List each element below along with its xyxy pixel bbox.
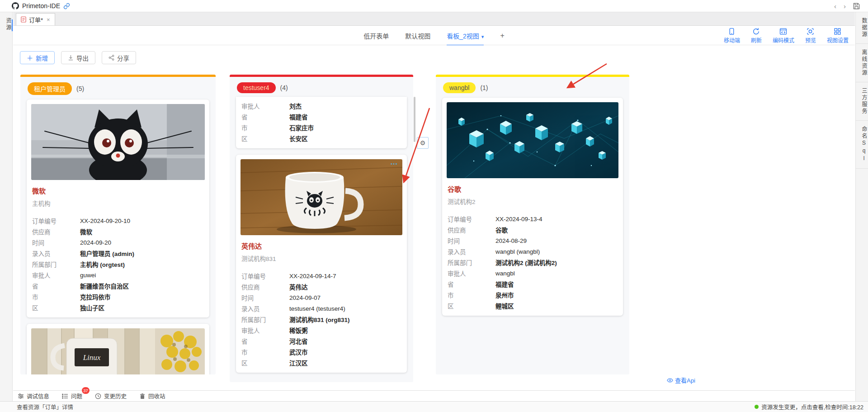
footer-bar: 调试信息 问题 37 变更历史 回收站 bbox=[13, 390, 855, 401]
mobile-button[interactable]: 移动端 bbox=[724, 28, 740, 44]
tab-order[interactable]: 订单* × bbox=[16, 13, 55, 25]
plus-icon: ＋ bbox=[27, 55, 33, 61]
field-row: 录入员testuser4 (testuser4) bbox=[241, 303, 401, 314]
action-buttons: ＋ 新增 导出 分享 bbox=[20, 51, 136, 64]
refresh-label: 刷新 bbox=[751, 36, 762, 44]
column-settings-button[interactable]: ⚙ bbox=[417, 137, 429, 149]
octocat-figurine-image bbox=[31, 104, 205, 180]
order-card-clipped[interactable]: Linux bbox=[27, 324, 209, 374]
card-subtitle: 测试机构2 bbox=[448, 197, 618, 206]
column-scrollbar[interactable] bbox=[414, 97, 415, 142]
add-button[interactable]: ＋ 新增 bbox=[20, 51, 55, 64]
kanban-column-wangbl: wangbl (1) bbox=[436, 75, 629, 374]
svg-text:Linux: Linux bbox=[83, 353, 101, 362]
field-row: 审批人wangbl bbox=[448, 268, 618, 279]
card-more-icon[interactable]: ••• bbox=[391, 161, 398, 166]
card-title: 谷歌 bbox=[448, 184, 618, 194]
link-icon[interactable] bbox=[63, 3, 70, 9]
view-tab-kanban-2[interactable]: 看板_2视图▾ bbox=[447, 31, 484, 40]
field-row: 录入员租户管理员 (admin) bbox=[32, 248, 204, 259]
export-button[interactable]: 导出 bbox=[61, 51, 95, 64]
kanban-column-testuser4: testuser4 (4) 审批人刘杰 省福建省 市石家庄市 区长安区 bbox=[230, 75, 413, 382]
eye-icon bbox=[667, 377, 673, 384]
window-controls: ‹ › bbox=[834, 3, 863, 9]
refresh-button[interactable]: 刷新 bbox=[751, 28, 762, 44]
preview-button[interactable]: 预览 bbox=[805, 28, 816, 44]
column-badge[interactable]: testuser4 bbox=[237, 82, 276, 93]
field-row: 市武汉市 bbox=[241, 346, 401, 357]
add-view-button[interactable]: + bbox=[500, 32, 504, 40]
rail-item-datasource[interactable]: 数据源 bbox=[856, 12, 868, 44]
app-logo-icon bbox=[12, 2, 19, 9]
debug-icon bbox=[18, 393, 24, 399]
status-bar: 查看资源「订单」详情 资源发生变更，点击查看,检查时间:18:22 bbox=[0, 401, 868, 412]
share-icon bbox=[108, 55, 114, 61]
export-icon bbox=[68, 55, 74, 61]
rail-item-resources[interactable]: 资源 bbox=[0, 12, 12, 37]
view-api-link[interactable]: 查看Api bbox=[667, 376, 695, 384]
share-button[interactable]: 分享 bbox=[102, 51, 136, 64]
view-tab-lowcode-form[interactable]: 低开表单 bbox=[363, 31, 389, 40]
field-row: 市石家庄市 bbox=[241, 122, 401, 133]
field-row: 供应商英伟达 bbox=[241, 281, 401, 292]
view-settings-button[interactable]: 视图设置 bbox=[827, 28, 849, 44]
column-count: (4) bbox=[280, 84, 288, 91]
field-row: 所属部门测试机构831 (org831) bbox=[241, 314, 401, 325]
change-history-button[interactable]: 变更历史 bbox=[95, 392, 127, 400]
cube-network-image bbox=[447, 102, 618, 178]
save-icon[interactable] bbox=[853, 3, 860, 9]
field-row: 时间2024-09-20 bbox=[32, 237, 204, 248]
field-row: 省福建省 bbox=[241, 111, 401, 122]
code-mode-label: 编码模式 bbox=[773, 36, 794, 44]
column-badge[interactable]: wangbl bbox=[443, 82, 476, 93]
close-icon[interactable]: × bbox=[47, 16, 50, 23]
field-row: 订单编号XX-2024-09-13-4 bbox=[448, 213, 618, 224]
rail-item-offline-resources[interactable]: 离线资源 bbox=[856, 44, 868, 82]
column-badge[interactable]: 租户管理员 bbox=[28, 82, 72, 95]
order-card-google[interactable]: 谷歌 测试机构2 订单编号XX-2024-09-13-4 供应商谷歌 时间202… bbox=[442, 98, 623, 316]
debug-info-button[interactable]: 调试信息 bbox=[18, 392, 49, 400]
right-rail: 数据源 离线资源 三方服务 命名Sql bbox=[855, 12, 868, 401]
card-subtitle: 主机构 bbox=[32, 199, 204, 208]
back-icon[interactable]: ‹ bbox=[834, 3, 836, 9]
preview-label: 预览 bbox=[805, 36, 816, 44]
field-row: 市克拉玛依市 bbox=[32, 291, 204, 302]
rail-item-named-sql[interactable]: 命名Sql bbox=[856, 121, 868, 169]
forward-icon[interactable]: › bbox=[844, 3, 846, 9]
list-icon bbox=[62, 393, 68, 399]
app-title: Primeton-IDE bbox=[22, 2, 60, 9]
card-title: 微软 bbox=[32, 186, 204, 195]
field-row: 省新疆维吾尔自治区 bbox=[32, 280, 204, 291]
code-mode-button[interactable]: 编码模式 bbox=[773, 28, 794, 44]
field-row: 时间2024-09-07 bbox=[241, 292, 401, 303]
field-row: 审批人刘杰 bbox=[241, 100, 401, 111]
document-icon bbox=[21, 16, 26, 23]
clock-icon bbox=[95, 393, 101, 399]
top-toolbar: 移动端 刷新 编码模式 预览 视图设置 bbox=[724, 26, 849, 45]
problems-button[interactable]: 问题 37 bbox=[62, 392, 82, 400]
field-row: 供应商谷歌 bbox=[448, 224, 618, 235]
tab-label: 订单* bbox=[29, 15, 43, 24]
kanban-column-tenant-admin: 租户管理员 (5) bbox=[20, 75, 216, 374]
left-rail: 资源 bbox=[0, 12, 13, 401]
field-row: 审批人guwei bbox=[32, 270, 204, 280]
column-header: 租户管理员 (5) bbox=[20, 77, 216, 99]
order-card-microsoft[interactable]: 微软 主机构 订单编号XX-2024-09-20-10 供应商微软 时间2024… bbox=[27, 99, 209, 317]
field-row: 供应商微软 bbox=[32, 226, 204, 237]
github-mug-image: ••• bbox=[241, 159, 402, 235]
field-row: 时间2024-08-29 bbox=[448, 235, 618, 246]
resource-change-notice[interactable]: 资源发生变更，点击查看,检查时间:18:22 bbox=[755, 403, 868, 411]
card-subtitle: 测试机构831 bbox=[241, 254, 401, 263]
view-tab-default-view[interactable]: 默认视图 bbox=[405, 31, 430, 40]
field-row: 审批人稀饭粥 bbox=[241, 325, 401, 336]
title-bar: Primeton-IDE ‹ › bbox=[0, 0, 868, 12]
field-row: 省福建省 bbox=[448, 279, 618, 289]
column-count: (5) bbox=[76, 85, 84, 92]
rail-item-third-party-services[interactable]: 三方服务 bbox=[856, 82, 868, 121]
mobile-label: 移动端 bbox=[724, 36, 740, 44]
order-card-nvidia[interactable]: ••• 英伟达 测试机构831 订单编号XX-2024-09-14-7 供应商英… bbox=[236, 155, 407, 373]
field-row: 区独山子区 bbox=[32, 302, 204, 313]
order-card-scrolled[interactable]: 审批人刘杰 省福建省 市石家庄市 区长安区 bbox=[236, 97, 407, 148]
recycle-bin-button[interactable]: 回收站 bbox=[139, 392, 165, 400]
gear-icon: ⚙ bbox=[420, 139, 426, 147]
